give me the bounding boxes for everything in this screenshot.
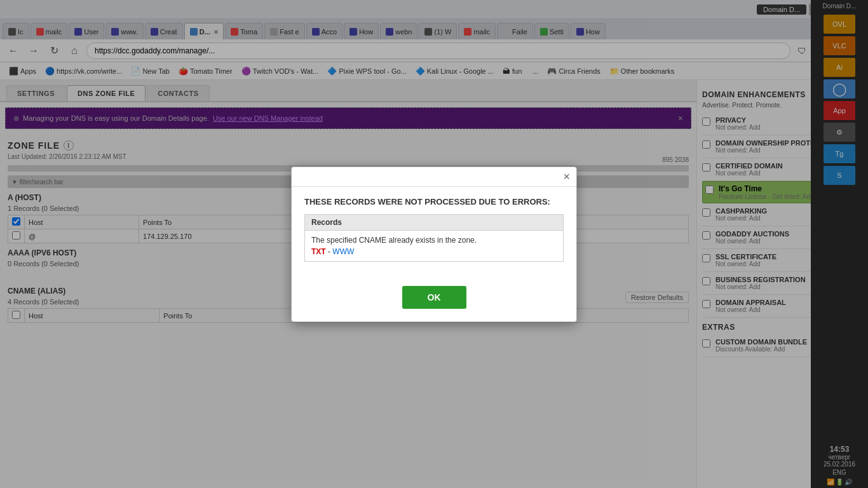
modal-error-types: TXT - WWW bbox=[311, 247, 557, 256]
modal-overlay: × THESE RECORDS WERE NOT PROCESSED DUE T… bbox=[0, 0, 868, 488]
modal-txt-link[interactable]: TXT bbox=[311, 247, 326, 256]
modal-header: × bbox=[292, 167, 576, 187]
modal-error-content: The specified CNAME already exists in th… bbox=[305, 230, 564, 261]
error-modal: × THESE RECORDS WERE NOT PROCESSED DUE T… bbox=[291, 166, 577, 322]
modal-title: THESE RECORDS WERE NOT PROCESSED DUE TO … bbox=[304, 197, 564, 207]
modal-footer: OK bbox=[292, 280, 576, 322]
modal-error-text: The specified CNAME already exists in th… bbox=[311, 236, 557, 245]
modal-error-row: The specified CNAME already exists in th… bbox=[305, 230, 564, 261]
modal-table-header: Records bbox=[305, 214, 564, 230]
modal-www-link[interactable]: WWW bbox=[332, 247, 354, 256]
modal-body: THESE RECORDS WERE NOT PROCESSED DUE TO … bbox=[292, 187, 576, 280]
modal-table: Records The specified CNAME already exis… bbox=[304, 214, 564, 262]
modal-close-button[interactable]: × bbox=[563, 171, 570, 182]
modal-ok-button[interactable]: OK bbox=[402, 286, 466, 309]
